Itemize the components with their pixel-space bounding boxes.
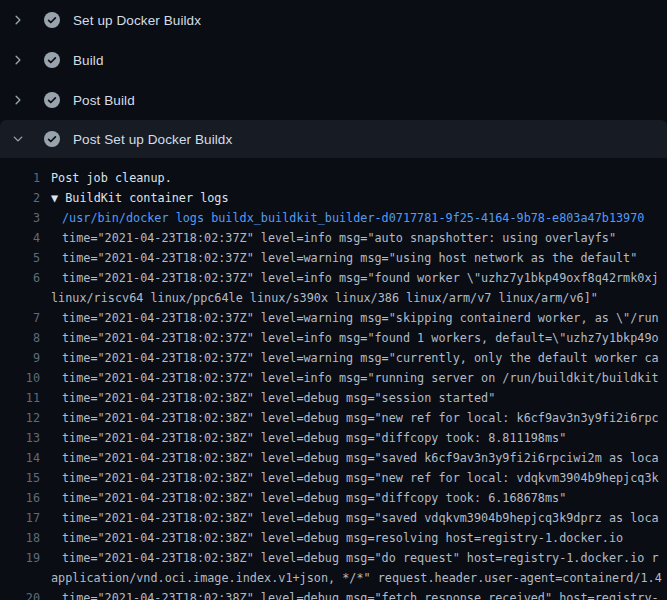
step-label: Build <box>73 53 104 68</box>
step-row-1[interactable]: Build <box>0 40 667 80</box>
log-line-number[interactable]: 15 <box>0 468 40 488</box>
log-text: time="2021-04-23T18:02:37Z" level=info m… <box>40 368 659 388</box>
step-list: Set up Docker BuildxBuildPost BuildPost … <box>0 0 667 158</box>
log-text: ▼ BuildKit container logs <box>40 188 229 208</box>
log-line-number[interactable]: 20 <box>0 588 40 600</box>
log-text: time="2021-04-23T18:02:38Z" level=debug … <box>40 388 495 408</box>
log-line-3: 3/usr/bin/docker logs buildx_buildkit_bu… <box>0 208 667 228</box>
log-line-12: 12time="2021-04-23T18:02:38Z" level=debu… <box>0 408 667 428</box>
log-line-number <box>0 568 40 588</box>
check-circle-icon <box>44 52 60 68</box>
chevron-down-icon <box>10 131 26 147</box>
log-line-20: 20time="2021-04-23T18:02:38Z" level=debu… <box>0 588 667 600</box>
log-line-number[interactable]: 3 <box>0 208 40 228</box>
step-row-0[interactable]: Set up Docker Buildx <box>0 0 667 40</box>
step-row-3[interactable]: Post Set up Docker Buildx <box>0 120 667 158</box>
step-label: Set up Docker Buildx <box>73 13 201 28</box>
step-label: Post Build <box>73 93 135 108</box>
log-line-number <box>0 288 40 308</box>
log-panel: 1Post job cleanup.2▼ BuildKit container … <box>0 158 667 600</box>
log-line-number[interactable]: 13 <box>0 428 40 448</box>
log-line-6: 6time="2021-04-23T18:02:37Z" level=info … <box>0 268 667 288</box>
log-line-number[interactable]: 18 <box>0 528 40 548</box>
log-line-number[interactable]: 12 <box>0 408 40 428</box>
log-text: time="2021-04-23T18:02:38Z" level=debug … <box>40 548 659 568</box>
log-text: time="2021-04-23T18:02:37Z" level=warnin… <box>40 248 637 268</box>
step-label: Post Set up Docker Buildx <box>73 132 232 147</box>
log-text: time="2021-04-23T18:02:38Z" level=debug … <box>40 408 659 428</box>
log-line-number[interactable]: 14 <box>0 448 40 468</box>
log-line-1: 1Post job cleanup. <box>0 168 667 188</box>
log-line-11: 11time="2021-04-23T18:02:38Z" level=debu… <box>0 388 667 408</box>
log-text: time="2021-04-23T18:02:37Z" level=warnin… <box>40 308 659 328</box>
log-line-19: 19time="2021-04-23T18:02:38Z" level=debu… <box>0 548 667 568</box>
log-line-10: 10time="2021-04-23T18:02:37Z" level=info… <box>0 368 667 388</box>
log-text: time="2021-04-23T18:02:37Z" level=warnin… <box>40 348 659 368</box>
log-line-number[interactable]: 5 <box>0 248 40 268</box>
log-line-15: 15time="2021-04-23T18:02:38Z" level=debu… <box>0 468 667 488</box>
log-text: time="2021-04-23T18:02:38Z" level=debug … <box>40 448 659 468</box>
log-line-5: 5time="2021-04-23T18:02:37Z" level=warni… <box>0 248 667 268</box>
log-line-wrap: application/vnd.oci.image.index.v1+json,… <box>0 568 667 588</box>
log-line-number[interactable]: 2 <box>0 188 40 208</box>
log-line-number[interactable]: 16 <box>0 488 40 508</box>
log-line-number[interactable]: 6 <box>0 268 40 288</box>
log-text: time="2021-04-23T18:02:37Z" level=info m… <box>40 228 616 248</box>
chevron-right-icon <box>10 52 26 68</box>
check-circle-icon <box>44 92 60 108</box>
log-line-8: 8time="2021-04-23T18:02:37Z" level=info … <box>0 328 667 348</box>
log-line-number[interactable]: 9 <box>0 348 40 368</box>
log-line-number[interactable]: 17 <box>0 508 40 528</box>
log-text: linux/riscv64 linux/ppc64le linux/s390x … <box>40 288 598 308</box>
log-line-number[interactable]: 8 <box>0 328 40 348</box>
log-line-number[interactable]: 19 <box>0 548 40 568</box>
log-text: application/vnd.oci.image.index.v1+json,… <box>40 568 662 588</box>
actions-log-viewer: Set up Docker BuildxBuildPost BuildPost … <box>0 0 667 600</box>
log-text: time="2021-04-23T18:02:37Z" level=info m… <box>40 268 659 288</box>
log-text: Post job cleanup. <box>40 168 172 188</box>
log-line-4: 4time="2021-04-23T18:02:37Z" level=info … <box>0 228 667 248</box>
chevron-right-icon <box>10 92 26 108</box>
log-line-2[interactable]: 2▼ BuildKit container logs <box>0 188 667 208</box>
check-circle-icon <box>44 131 60 147</box>
log-line-7: 7time="2021-04-23T18:02:37Z" level=warni… <box>0 308 667 328</box>
log-line-14: 14time="2021-04-23T18:02:38Z" level=debu… <box>0 448 667 468</box>
log-text: time="2021-04-23T18:02:38Z" level=debug … <box>40 488 566 508</box>
log-line-number[interactable]: 7 <box>0 308 40 328</box>
log-line-number[interactable]: 1 <box>0 168 40 188</box>
log-group-title: BuildKit container logs <box>65 191 228 205</box>
log-text: time="2021-04-23T18:02:38Z" level=debug … <box>40 528 623 548</box>
log-group-expander-icon[interactable]: ▼ <box>51 191 65 205</box>
log-line-13: 13time="2021-04-23T18:02:38Z" level=debu… <box>0 428 667 448</box>
log-text: time="2021-04-23T18:02:38Z" level=debug … <box>40 508 659 528</box>
log-command-text: /usr/bin/docker logs buildx_buildkit_bui… <box>40 208 644 228</box>
log-line-number[interactable]: 10 <box>0 368 40 388</box>
log-line-17: 17time="2021-04-23T18:02:38Z" level=debu… <box>0 508 667 528</box>
log-line-number[interactable]: 4 <box>0 228 40 248</box>
log-text: time="2021-04-23T18:02:38Z" level=debug … <box>40 468 659 488</box>
log-line-16: 16time="2021-04-23T18:02:38Z" level=debu… <box>0 488 667 508</box>
check-circle-icon <box>44 12 60 28</box>
chevron-right-icon <box>10 12 26 28</box>
log-text: time="2021-04-23T18:02:38Z" level=debug … <box>40 428 566 448</box>
log-line-18: 18time="2021-04-23T18:02:38Z" level=debu… <box>0 528 667 548</box>
log-line-9: 9time="2021-04-23T18:02:37Z" level=warni… <box>0 348 667 368</box>
log-line-number[interactable]: 11 <box>0 388 40 408</box>
step-row-2[interactable]: Post Build <box>0 80 667 120</box>
log-line-wrap: linux/riscv64 linux/ppc64le linux/s390x … <box>0 288 667 308</box>
log-text: time="2021-04-23T18:02:38Z" level=debug … <box>40 588 659 600</box>
log-text: time="2021-04-23T18:02:37Z" level=info m… <box>40 328 659 348</box>
